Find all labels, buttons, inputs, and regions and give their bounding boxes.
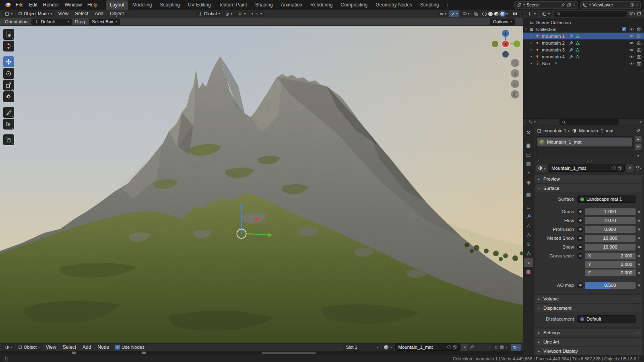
- material-slot-list[interactable]: Mountain_1_mat: [536, 136, 633, 157]
- shading-dropdown-icon[interactable]: ▾: [506, 12, 508, 16]
- outliner-row-collection[interactable]: ▾ ▦ Collection ✓: [523, 26, 644, 33]
- grass-scale-y-field[interactable]: Y2.000: [585, 261, 636, 268]
- node-header-peek[interactable]: [72, 352, 76, 354]
- breadcrumb-material[interactable]: Mountain_1_mat: [579, 128, 613, 133]
- sun-data-icon[interactable]: ☀: [554, 61, 558, 66]
- panel-settings[interactable]: ▸Settings::::: [535, 329, 642, 337]
- measure-tool[interactable]: [3, 119, 14, 130]
- render-camera-icon[interactable]: [637, 34, 642, 39]
- new-scene-icon[interactable]: [567, 3, 571, 7]
- decorator-icon[interactable]: [577, 244, 583, 250]
- outliner-filter-icon[interactable]: ▾: [629, 11, 635, 16]
- grass-value-field[interactable]: 1.000: [585, 208, 636, 215]
- tab-geometry-nodes[interactable]: Geometry Nodes: [372, 0, 416, 10]
- grass-scale-x-field[interactable]: X2.000: [585, 253, 636, 259]
- panel-displacement[interactable]: ▾Displacement::::: [535, 304, 642, 312]
- shader-editor-type-button[interactable]: ▾: [2, 344, 15, 351]
- tab-output[interactable]: ▤: [524, 150, 533, 159]
- properties-search-input[interactable]: [559, 119, 619, 125]
- back-arrow-icon[interactable]: ↑: [488, 345, 490, 350]
- tab-uv-editing[interactable]: UV Editing: [184, 0, 215, 10]
- hide-eye-icon[interactable]: [629, 61, 634, 66]
- render-camera-icon[interactable]: [637, 61, 642, 66]
- ao-map-slider[interactable]: 0.500: [585, 282, 636, 289]
- outliner-row-mountain-2[interactable]: ▸ ▼ mountain 2: [523, 39, 644, 46]
- tab-world[interactable]: ◉: [524, 178, 533, 187]
- outliner-row-mountain-1[interactable]: ▸ ▼ mountain 1: [523, 33, 644, 39]
- tab-modeling[interactable]: Modeling: [128, 0, 156, 10]
- xray-toggle[interactable]: [472, 10, 480, 17]
- hide-eye-icon[interactable]: [629, 41, 634, 45]
- view-menu[interactable]: View: [55, 10, 71, 18]
- mesh-data-icon[interactable]: [575, 47, 580, 52]
- browse-material-dropdown[interactable]: ▾: [536, 165, 547, 172]
- decorator-icon[interactable]: [577, 235, 583, 241]
- move-tool[interactable]: [3, 56, 14, 67]
- modifier-wrench-icon[interactable]: [569, 34, 574, 39]
- shader-type-dropdown[interactable]: Object ▾: [16, 344, 42, 351]
- scene-selector[interactable]: ▾ Scene ×: [514, 1, 578, 9]
- tab-physics[interactable]: ◎: [524, 230, 533, 239]
- animate-dot-icon[interactable]: [638, 255, 640, 257]
- panel-surface[interactable]: ▾Surface::::: [535, 184, 642, 192]
- new-viewlayer-icon[interactable]: [630, 3, 634, 7]
- remove-slot-button[interactable]: −: [635, 144, 642, 150]
- decorator-icon[interactable]: [577, 209, 583, 215]
- outliner-row-mountain-4[interactable]: ▸ ▼ mountain 4: [523, 53, 644, 60]
- menu-edit[interactable]: Edit: [26, 1, 40, 9]
- tab-constraints[interactable]: ⊙: [524, 240, 533, 249]
- animate-dot-icon[interactable]: [638, 246, 640, 248]
- outliner-row-scene-collection[interactable]: ▤ Scene Collection: [523, 19, 644, 26]
- tab-compositing[interactable]: Compositing: [336, 0, 372, 10]
- transform-tool[interactable]: [3, 91, 14, 102]
- shading-material-icon[interactable]: [494, 12, 499, 16]
- node-snap-toggle[interactable]: ▾: [491, 344, 510, 351]
- object-move-gizmo[interactable]: [213, 202, 282, 246]
- show-object-types-dropdown[interactable]: ▾: [438, 10, 448, 17]
- melted-snow-value-field[interactable]: 10.000: [585, 235, 636, 242]
- scale-tool[interactable]: [3, 80, 14, 90]
- overlays-toggle[interactable]: ▾: [460, 10, 471, 17]
- decorator-icon[interactable]: [577, 282, 583, 288]
- navigation-gizmo[interactable]: Z X: [490, 28, 521, 59]
- hide-eye-icon[interactable]: [629, 47, 634, 52]
- fake-user-shield-icon[interactable]: [447, 345, 451, 350]
- slot-specials-icon[interactable]: ▾: [637, 154, 639, 158]
- options-dropdown[interactable]: Options ▾: [490, 19, 515, 25]
- decorator-icon[interactable]: [577, 218, 583, 224]
- tab-animation[interactable]: Animation: [277, 0, 306, 10]
- mode-dropdown[interactable]: Object Mode ▾: [16, 10, 54, 17]
- rotate-tool[interactable]: [3, 68, 14, 79]
- pan-hand-icon[interactable]: [511, 69, 519, 78]
- horizontal-scrollbar[interactable]: [262, 352, 316, 354]
- animate-dot-icon[interactable]: [638, 220, 640, 222]
- tab-sculpting[interactable]: Sculpting: [156, 0, 184, 10]
- editor-type-button[interactable]: ▾: [2, 10, 15, 17]
- outliner-search-input[interactable]: [554, 11, 627, 17]
- tab-scene[interactable]: ◓: [524, 169, 533, 177]
- material-filter-icon[interactable]: ▾: [635, 166, 642, 171]
- tab-object-data[interactable]: [524, 249, 533, 258]
- shader-select-menu[interactable]: Select: [60, 343, 79, 351]
- gizmos-toggle[interactable]: ▾: [449, 10, 459, 17]
- material-browse-dropdown[interactable]: ▾: [382, 344, 394, 351]
- animate-dot-icon[interactable]: [638, 263, 640, 265]
- tab-render[interactable]: ▣: [524, 141, 533, 150]
- unlink-material-button[interactable]: ×: [626, 165, 634, 172]
- panel-volume[interactable]: ▸Volume::::: [535, 295, 642, 303]
- mesh-data-icon[interactable]: [575, 34, 580, 39]
- select-box-tool[interactable]: [3, 29, 14, 40]
- outliner-display-mode[interactable]: ▾: [526, 10, 538, 17]
- blender-logo[interactable]: [3, 2, 11, 8]
- select-menu[interactable]: Select: [72, 10, 91, 18]
- gizmo-neg-y-axis[interactable]: [492, 41, 498, 47]
- hide-eye-icon[interactable]: [629, 54, 634, 59]
- render-camera-icon[interactable]: [637, 41, 642, 45]
- gizmo-neg-z-axis[interactable]: [502, 51, 509, 58]
- render-camera-icon[interactable]: [637, 27, 642, 32]
- add-menu[interactable]: Add: [92, 10, 106, 18]
- node-overlays-toggle[interactable]: ▾: [511, 344, 521, 351]
- tab-texture-paint[interactable]: Texture Paint: [215, 0, 251, 10]
- panel-viewport-display[interactable]: ▸Viewport Display::::: [535, 347, 642, 355]
- use-nodes-checkbox[interactable]: ✓ Use Nodes: [115, 345, 144, 350]
